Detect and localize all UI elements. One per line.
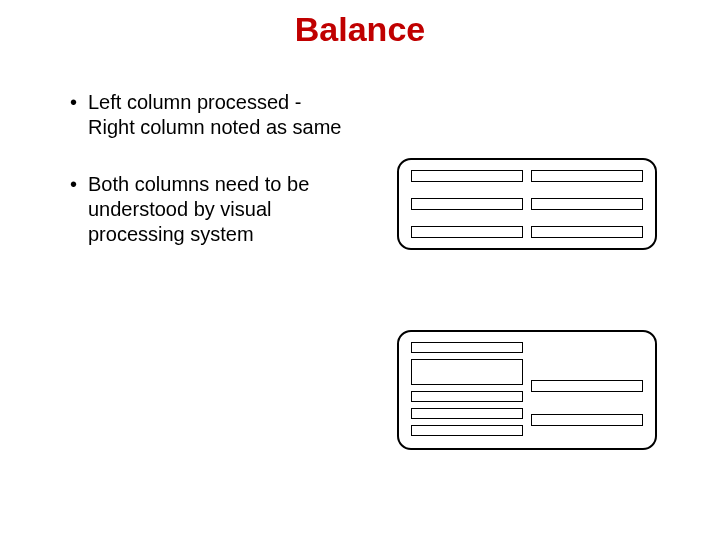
unbalanced-layout-figure [397,330,657,450]
balanced-layout-figure [397,158,657,250]
figure-bar [411,408,523,419]
figure-bar [411,359,523,385]
bullet-list: Left column processed - Right column not… [70,90,350,279]
figure-bar [411,170,523,182]
slide-title: Balance [0,10,720,49]
bullet-item: Both columns need to be understood by vi… [70,172,350,247]
figure-bar [411,391,523,402]
bullet-item: Left column processed - Right column not… [70,90,350,140]
figure-left-column [411,170,523,238]
figure-bar [411,198,523,210]
figure-bar [531,380,643,392]
figure-bar [411,342,523,353]
slide: Balance Left column processed - Right co… [0,0,720,540]
figure-bar [411,425,523,436]
figure-bar [531,170,643,182]
figure-bar [531,414,643,426]
figure-bar [531,198,643,210]
figure-left-column [411,342,523,438]
figure-bar [531,226,643,238]
figure-bar [411,226,523,238]
figure-right-column [531,170,643,238]
figure-right-column [531,342,643,438]
